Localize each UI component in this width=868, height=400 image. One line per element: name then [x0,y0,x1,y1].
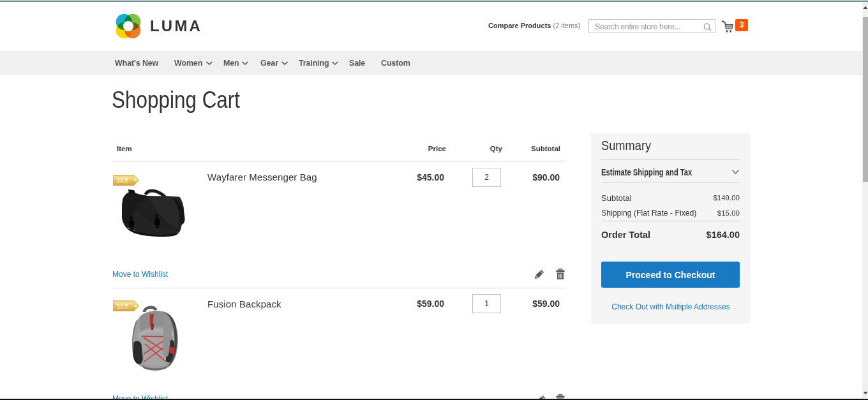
svg-text:NEW: NEW [117,177,129,181]
svg-text:NEW: NEW [117,302,129,307]
svg-text:ARRIVAL: ARRIVAL [117,181,129,184]
svg-text:ARRIVAL: ARRIVAL [117,307,129,309]
